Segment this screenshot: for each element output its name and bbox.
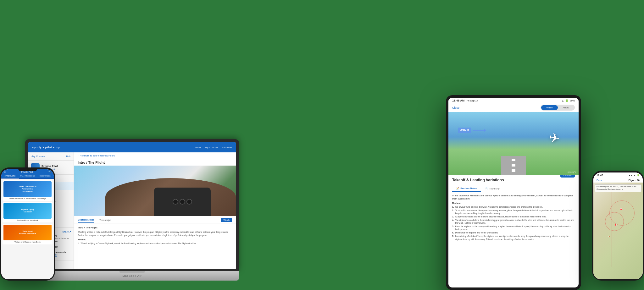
item-num-5: 5.	[452, 225, 454, 231]
watch-button[interactable]: Watch	[221, 218, 232, 222]
toggle-audio-btn[interactable]: Audio	[558, 105, 574, 110]
laptop-base-label: MacBook Air	[122, 274, 142, 277]
tablet-tab-transcript[interactable]: 📄 Transcript	[481, 185, 504, 192]
review-text-1: We will be flying a Cessna Skyhawk, one …	[80, 242, 198, 245]
instrument-3	[186, 199, 192, 205]
content-title: Intro / The Flight	[78, 226, 232, 230]
instrument-1	[173, 199, 178, 205]
pr-status-icons: ▲▲ ▲ 🔋	[628, 174, 640, 177]
tablet-review-item-4: 4. The airplane's area behind the main l…	[452, 219, 575, 224]
progress-share-btn[interactable]: Share ↗	[63, 231, 71, 233]
phone-tab-resources[interactable]: RESOURCES	[36, 174, 54, 178]
tablet-toggle: Video Audio	[541, 105, 575, 111]
book-cover-text-3: Weight andBalance Handbook	[19, 230, 36, 235]
item-num-2: 2.	[452, 209, 454, 215]
review-item-1: 1. We will be flying a Cessna Skyhawk, o…	[78, 242, 232, 245]
notes-icon: 📝	[456, 187, 459, 190]
laptop-nav: sporty's pilot shop Notes My Courses Dis…	[28, 142, 236, 152]
tablet-body-text: In this section we will discuss the vari…	[452, 194, 575, 200]
toggle-video-btn[interactable]: Video	[541, 105, 558, 110]
map-content: (Refer to figure 20, area 2.) The elevat…	[593, 183, 643, 279]
tablet-close-btn[interactable]: Close	[452, 106, 459, 109]
book-label-2: Airplane Flying Handbook	[17, 219, 38, 222]
plane-icon: ✈	[548, 130, 561, 146]
tab-transcript[interactable]: Transcript	[99, 217, 110, 223]
book-label-1: Pilot's Handbook of Aeronautical Knowled…	[9, 198, 46, 200]
tablet-info-section: Takeoff & Landing Variations Review 📝 Se…	[448, 175, 579, 287]
tablet-review-item-6: 6. Don't force the airplane into the air…	[452, 231, 575, 234]
wind-arrow-line	[473, 130, 485, 131]
phone-left-screen: ☰ Private Pilot 🔍 MANEUVERS FAA HANDBOOK…	[1, 169, 54, 279]
phone-tab-maneuvers[interactable]: MANEUVERS	[1, 174, 19, 178]
runway-mark-1	[512, 159, 515, 161]
item-num-6: 6.	[452, 231, 454, 234]
tablet-tab-notes[interactable]: 📝 Section Notes	[452, 185, 481, 192]
sidebar-back-btn[interactable]: ‹ My Courses	[31, 155, 45, 158]
nav-discover[interactable]: Discover	[222, 146, 232, 149]
phone-right-screen: 11:47 ▲▲ ▲ 🔋 Back Figure 20	[593, 172, 643, 279]
book-item-1[interactable]: Pilot's Handbook ofAeronauticalKnowledge…	[3, 180, 53, 201]
book-item-2[interactable]: Airplane FlyingHandbook Airplane Flying …	[3, 202, 53, 222]
tablet-section-tabs: 📝 Section Notes 📄 Transcript	[452, 185, 575, 192]
laptop-screen-outer: sporty's pilot shop Notes My Courses Dis…	[25, 139, 239, 271]
phone-right-device: 11:47 ▲▲ ▲ 🔋 Back Figure 20	[592, 171, 644, 281]
phone-right-time: 11:47	[597, 174, 603, 177]
sidebar-help-btn[interactable]: Help	[66, 155, 71, 158]
laptop-main: ‹ < Return to Your First Few Hours Intro…	[74, 152, 236, 269]
item-text-4: The airplane's area behind the main land…	[455, 219, 575, 224]
nav-my-courses[interactable]: My Courses	[205, 146, 219, 149]
phone-right-map: (Refer to figure 20, area 2.) The elevat…	[593, 183, 643, 279]
phone-left-tabs: MANEUVERS FAA HANDBOOKS RESOURCES	[1, 174, 54, 179]
review-num: 1.	[78, 242, 79, 245]
phone-tab-faa[interactable]: FAA HANDBOOKS	[19, 174, 36, 178]
cockpit-panel	[154, 188, 211, 216]
phone-notch	[18, 167, 37, 171]
tablet-device: 11:48 AM Fri Sep 17 ▲ 🔋 89% Close Video …	[446, 95, 581, 290]
airport-dot-3	[608, 236, 610, 237]
phone-left-search-icon[interactable]: 🔍	[48, 171, 51, 173]
phone-right-status: 11:47 ▲▲ ▲ 🔋	[593, 172, 643, 178]
item-text-5: Keep the airplane on the runway until re…	[455, 225, 575, 231]
wind-arrow: WIND	[458, 128, 485, 133]
book-cover-1: Pilot's Handbook ofAeronauticalKnowledge	[3, 181, 52, 197]
tablet-review-item-5: 5. Keep the airplane on the runway until…	[452, 225, 575, 231]
tablet-section-title: Takeoff & Landing Variations	[452, 178, 504, 182]
laptop-text-content: Intro / The Flight Watching a video is n…	[74, 223, 236, 248]
phone-right-header: Back Figure 20	[593, 178, 643, 183]
tablet-review-label: Review:	[452, 202, 575, 205]
tablet-status-bar: 11:48 AM Fri Sep 17 ▲ 🔋 89%	[448, 98, 579, 103]
item-text-7: Immediately after takeoff, keep the airp…	[455, 235, 575, 240]
laptop-body: ‹ My Courses Help Private Pilot Change T…	[28, 152, 236, 269]
tablet-video-area: WIND ✈ sporty's	[448, 112, 579, 175]
book-cover-2: Airplane FlyingHandbook	[3, 203, 52, 219]
phone-left-content: Pilot's Handbook ofAeronauticalKnowledge…	[1, 179, 54, 279]
nav-notes[interactable]: Notes	[195, 146, 201, 149]
wind-label: WIND	[458, 128, 471, 133]
laptop-screen: sporty's pilot shop Notes My Courses Dis…	[28, 142, 236, 269]
book-label-3: Weight and Balance Handbook	[14, 241, 41, 243]
laptop-video-frame[interactable]	[74, 166, 236, 216]
item-num-1: 1.	[452, 205, 454, 208]
wifi-icon: ▲	[562, 99, 564, 102]
laptop-breadcrumb[interactable]: ‹ < Return to Your First Few Hours	[74, 152, 236, 159]
tablet-date: Fri Sep 17	[466, 99, 478, 102]
sidebar-top: ‹ My Courses Help	[28, 152, 74, 161]
airport-dot-1	[615, 224, 617, 226]
tab-section-notes[interactable]: Section Notes	[78, 217, 94, 223]
instrument-panel	[171, 197, 194, 206]
item-num-4: 4.	[452, 219, 454, 224]
transcript-icon: 📄	[485, 187, 488, 190]
runway-marks	[501, 156, 526, 175]
battery-pct: 89%	[570, 99, 575, 102]
tablet-review-item-1: 1. We always try to land into the wind. …	[452, 205, 575, 208]
runway	[501, 156, 526, 175]
book-cover-text-1: Pilot's Handbook ofAeronauticalKnowledge	[19, 186, 36, 193]
tablet-review-btn[interactable]: Review	[560, 175, 575, 178]
pr-back-btn[interactable]: Back	[597, 179, 602, 182]
book-item-3[interactable]: Weight andBalance Handbook Weight and Ba…	[3, 224, 53, 244]
runway-mark-2	[512, 164, 515, 167]
tablet-review-item-2: 2. To takeoff in a crosswind, line up on…	[452, 209, 575, 215]
review-label: Review:	[78, 238, 232, 242]
laptop-device: sporty's pilot shop Notes My Courses Dis…	[25, 139, 239, 290]
book-cover-text-2: Airplane FlyingHandbook	[21, 209, 34, 213]
